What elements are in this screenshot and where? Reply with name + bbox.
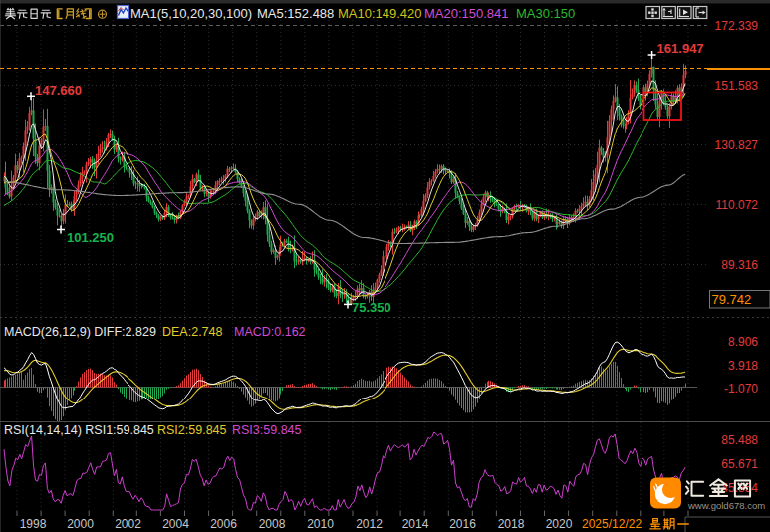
svg-text:2018: 2018 — [498, 517, 525, 531]
svg-text:151.583: 151.583 — [715, 79, 759, 93]
svg-text:MA10:149.420: MA10:149.420 — [338, 6, 422, 21]
svg-text:2004: 2004 — [162, 517, 189, 531]
svg-text:130.827: 130.827 — [715, 138, 759, 152]
svg-text:75.350: 75.350 — [352, 300, 391, 315]
svg-text:3.918: 3.918 — [728, 359, 758, 373]
svg-text:79.742: 79.742 — [712, 292, 752, 307]
svg-text:8.906: 8.906 — [728, 335, 758, 349]
svg-text:101.250: 101.250 — [67, 230, 114, 245]
svg-text:DEA:2.748: DEA:2.748 — [162, 325, 223, 339]
svg-text:147.660: 147.660 — [35, 83, 82, 98]
svg-text:2012: 2012 — [356, 517, 383, 531]
svg-text:www.gold678.com: www.gold678.com — [687, 500, 765, 511]
svg-text:-1.070: -1.070 — [724, 382, 758, 396]
svg-text:MA1(5,10,20,30,100): MA1(5,10,20,30,100) — [130, 6, 252, 21]
svg-text:161.947: 161.947 — [657, 41, 704, 56]
svg-text:2014: 2014 — [402, 517, 429, 531]
svg-text:RSI3:59.845: RSI3:59.845 — [232, 423, 302, 437]
svg-text:2006: 2006 — [210, 517, 237, 531]
svg-text:172.339: 172.339 — [715, 19, 759, 33]
svg-text:2016: 2016 — [449, 517, 476, 531]
svg-text:65.671: 65.671 — [721, 457, 758, 471]
svg-text:2025/12/22: 2025/12/22 — [582, 517, 642, 531]
svg-text:RSI(14,14,14) RSI1:59.845: RSI(14,14,14) RSI1:59.845 — [4, 423, 154, 437]
svg-text:MA5:152.488: MA5:152.488 — [257, 6, 334, 21]
svg-text:MA20:150.841: MA20:150.841 — [424, 6, 509, 21]
svg-text:MA30:150: MA30:150 — [516, 6, 575, 21]
svg-text:RSI2:59.845: RSI2:59.845 — [157, 423, 227, 437]
svg-text:2002: 2002 — [115, 517, 141, 531]
svg-text:85.488: 85.488 — [721, 433, 758, 447]
svg-text:2008: 2008 — [259, 517, 286, 531]
svg-text:2010: 2010 — [307, 517, 334, 531]
svg-text:2000: 2000 — [67, 517, 94, 531]
svg-text:MACD:0.162: MACD:0.162 — [234, 325, 306, 339]
svg-text:110.072: 110.072 — [716, 198, 759, 212]
svg-text:1998: 1998 — [20, 517, 47, 531]
svg-text:2020: 2020 — [546, 517, 573, 531]
svg-text:89.316: 89.316 — [721, 258, 758, 272]
svg-text:MACD(26,12,9) DIFF:2.829: MACD(26,12,9) DIFF:2.829 — [4, 325, 156, 339]
